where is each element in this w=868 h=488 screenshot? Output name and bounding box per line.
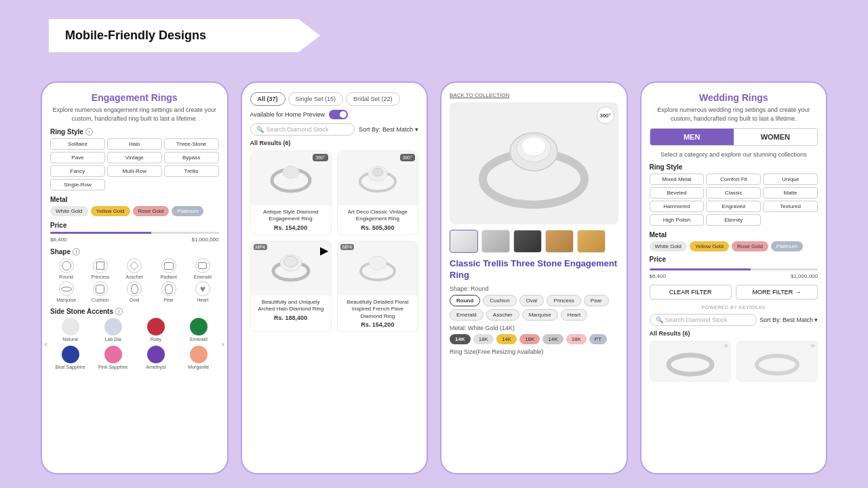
- style-eternity[interactable]: Eternity: [706, 214, 761, 226]
- gem-pink-sapphire[interactable]: Pink Sapphire: [93, 346, 133, 370]
- style-mixed-metal[interactable]: Mixed Metal: [650, 174, 705, 185]
- card4-price-min: $6,400: [650, 273, 666, 279]
- back-to-collection[interactable]: BACK TO COLLECTION: [450, 92, 618, 98]
- card4-sort-box[interactable]: Sort By: Best Match ▾: [760, 317, 818, 323]
- thumb-5[interactable]: [577, 230, 606, 253]
- category-message: Select a category and explore our stunni…: [650, 151, 818, 158]
- card4-metal-rose-gold[interactable]: Rose Gold: [732, 241, 768, 251]
- sort-box[interactable]: Sort By: Best Match ▾: [359, 126, 418, 133]
- style-beveled[interactable]: Beveled: [650, 187, 705, 199]
- shape-pill-round[interactable]: Round: [450, 295, 480, 306]
- price-range-slider[interactable]: [50, 232, 219, 234]
- style-hammered[interactable]: Hammered: [650, 201, 705, 212]
- card4-metal-white-gold[interactable]: White Gold: [650, 241, 688, 251]
- karat-18k-rose[interactable]: 18K: [519, 334, 540, 344]
- ring-style-info-icon[interactable]: i: [85, 128, 93, 136]
- product-card-4[interactable]: MP4 Beautifully Detailed Floral Inspired…: [337, 241, 418, 332]
- clear-filter-button[interactable]: CLEAR FILTER: [650, 285, 732, 300]
- shape-pear[interactable]: Pear: [153, 281, 184, 302]
- style-btn-multirow[interactable]: Multi-Row: [107, 165, 162, 177]
- gem-natural[interactable]: Natural: [50, 318, 90, 342]
- gem-emerald[interactable]: Emerald: [178, 318, 218, 342]
- karat-14k-yellow[interactable]: 14K: [496, 334, 517, 344]
- shape-emerald[interactable]: Emerald: [186, 258, 218, 279]
- card4-badge-1: ⟳: [724, 344, 728, 349]
- style-engraved[interactable]: Engraved: [706, 201, 761, 212]
- thumb-2[interactable]: [481, 230, 510, 253]
- shape-radiant[interactable]: Radiant: [153, 258, 184, 279]
- shape-pill-princess[interactable]: Princess: [547, 295, 581, 306]
- shape-heart[interactable]: ♥ Heart: [186, 281, 218, 302]
- shape-pill-pear[interactable]: Pear: [584, 295, 609, 306]
- gem-lab[interactable]: Lab Dia: [93, 318, 133, 342]
- gem-amethyst[interactable]: Amethyst: [136, 346, 176, 370]
- shape-info-icon[interactable]: i: [73, 248, 80, 256]
- karat-14k-selected[interactable]: 14K: [450, 334, 471, 344]
- metal-white-gold[interactable]: White Gold: [50, 206, 88, 216]
- karat-18k-white[interactable]: 18K: [473, 334, 494, 344]
- thumb-4[interactable]: [545, 230, 574, 253]
- search-box[interactable]: 🔍 Search Diamond Stock: [250, 123, 355, 136]
- style-classic[interactable]: Classic: [706, 187, 761, 199]
- shape-pill-emerald[interactable]: Emerald: [450, 309, 484, 321]
- card4-metal-yellow-gold[interactable]: Yellow Gold: [690, 241, 729, 251]
- scroll-right-icon[interactable]: ›: [222, 340, 224, 349]
- shape-round[interactable]: Round: [50, 258, 82, 279]
- card4-metal-label: Metal: [650, 231, 818, 239]
- shape-pill-asscher[interactable]: Asscher: [486, 309, 519, 321]
- style-unique[interactable]: Unique: [763, 174, 818, 185]
- product-card-2[interactable]: 360° Art Deco Classic Vintage Engagement…: [337, 150, 418, 235]
- rotate-icon[interactable]: 360°: [597, 106, 614, 124]
- metal-rose-gold[interactable]: Rose Gold: [133, 206, 170, 216]
- shape-asscher[interactable]: Asscher: [119, 258, 151, 279]
- style-comfort-fit[interactable]: Comfort Fit: [706, 174, 761, 185]
- metal-platinum[interactable]: Platinum: [172, 206, 203, 216]
- shape-princess[interactable]: Princess: [84, 258, 116, 279]
- style-btn-trellis[interactable]: Trellis: [164, 165, 219, 177]
- shape-oval[interactable]: Oval: [119, 281, 151, 302]
- karat-18k-pink[interactable]: 18K: [566, 334, 587, 344]
- tab-women[interactable]: WOMEN: [734, 129, 817, 145]
- shape-pill-oval[interactable]: Oval: [519, 295, 544, 306]
- shape-cushion[interactable]: Cushion: [84, 281, 116, 302]
- gem-blue-sapphire[interactable]: Blue Sapphire: [50, 346, 90, 370]
- shape-pill-marquise[interactable]: Marquise: [522, 309, 558, 321]
- card4-search-box[interactable]: 🔍 Search Diamond Stock: [650, 314, 757, 326]
- gem-morganite[interactable]: Morganite: [178, 346, 218, 370]
- more-filter-button[interactable]: MORE FILTER →: [736, 285, 818, 300]
- home-preview-toggle[interactable]: [329, 110, 348, 119]
- card4-product-1[interactable]: ⟳: [650, 341, 731, 382]
- side-stone-info-icon[interactable]: i: [115, 308, 123, 315]
- style-btn-bypass[interactable]: Bypass: [164, 152, 219, 163]
- karat-pt[interactable]: PT: [589, 334, 607, 344]
- style-btn-fancy[interactable]: Fancy: [50, 165, 105, 177]
- style-btn-halo[interactable]: Halo: [107, 138, 162, 150]
- powered-by: POWERED BY KEYIDEAS: [650, 305, 818, 310]
- card4-metal-platinum[interactable]: Platinum: [771, 241, 803, 251]
- gem-ruby[interactable]: Ruby: [136, 318, 176, 342]
- style-textured[interactable]: Textured: [763, 201, 818, 212]
- shape-pill-cushion[interactable]: Cushion: [483, 295, 516, 306]
- style-btn-three-stone[interactable]: Three-Stone: [164, 138, 219, 150]
- style-btn-singlerow[interactable]: Single-Row: [50, 179, 105, 190]
- scroll-left-icon[interactable]: ‹: [45, 340, 47, 349]
- style-btn-pave[interactable]: Pave: [50, 152, 105, 163]
- karat-14k-alt[interactable]: 14K: [542, 334, 563, 344]
- thumb-3[interactable]: [513, 230, 542, 253]
- tab-all[interactable]: All (37): [250, 92, 285, 106]
- metal-yellow-gold[interactable]: Yellow Gold: [91, 206, 130, 216]
- shape-marquise[interactable]: Marquise: [50, 281, 82, 302]
- card4-product-2[interactable]: ⟳: [736, 341, 818, 382]
- style-btn-vintage[interactable]: Vintage: [107, 152, 162, 163]
- style-matte[interactable]: Matte: [763, 187, 818, 199]
- shape-pill-heart[interactable]: Heart: [561, 309, 588, 321]
- style-btn-solitaire[interactable]: Solitaire: [50, 138, 105, 150]
- tab-men[interactable]: MEN: [650, 129, 734, 145]
- product-card-3[interactable]: MP4 ▶ Beautifully and Uniquely Arched Ha…: [250, 241, 332, 332]
- style-high-polish[interactable]: High Polish: [650, 214, 705, 226]
- product-card-1[interactable]: 360° Antique Style Diamond Engagement Ri…: [250, 150, 332, 235]
- card4-price-slider[interactable]: [650, 268, 818, 270]
- thumb-1[interactable]: [450, 230, 478, 253]
- tab-single-set[interactable]: Single Set (15): [288, 92, 344, 106]
- tab-bridal-set[interactable]: Bridal Set (22): [346, 92, 400, 106]
